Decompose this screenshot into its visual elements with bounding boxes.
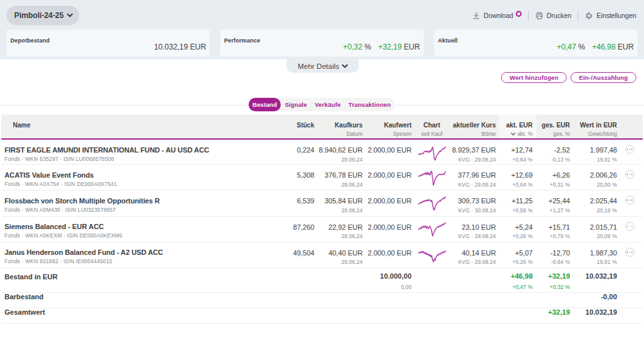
row-menu-cell bbox=[621, 139, 643, 165]
table-cell: 2.000,00 EUR bbox=[366, 216, 415, 242]
ges-pct-value: -0,64 % bbox=[536, 257, 570, 266]
akt-pct-value: +0,64 % bbox=[499, 179, 533, 188]
fund-name-cell[interactable]: Janus Henderson Balanced Fund - A2 USD A… bbox=[1, 242, 283, 268]
table-cell: 87,260 bbox=[283, 216, 317, 242]
table-cell: 40,14 EURKVG · 29.08.24 bbox=[449, 242, 499, 268]
row-menu-button[interactable] bbox=[625, 145, 634, 154]
tab-verkaeufe[interactable]: Verkäufe bbox=[311, 98, 345, 111]
download-badge bbox=[516, 11, 522, 17]
row-menu-button[interactable] bbox=[625, 170, 634, 179]
akt-pct-value: +0,64 % bbox=[499, 154, 533, 163]
fund-name-cell[interactable]: Siemens Balanced - EUR ACCFonds · WKN A0… bbox=[1, 216, 283, 242]
portfolio-selector[interactable]: Pimboli-24-25 bbox=[6, 6, 79, 25]
table-cell: 2.006,2620,00 % bbox=[574, 165, 621, 190]
card-abs: +32,19 bbox=[378, 42, 401, 51]
row-menu-cell bbox=[621, 242, 643, 268]
table-cell: 1.997,4819,91 % bbox=[574, 139, 621, 165]
download-button[interactable]: Download bbox=[472, 12, 522, 20]
table-cell: 2.025,4420,19 % bbox=[574, 190, 621, 216]
col-label: Kaufwert bbox=[366, 122, 412, 129]
chart-cell bbox=[415, 216, 449, 242]
add-value-button[interactable]: Wert hinzufügen bbox=[501, 72, 567, 83]
table-cell: +15,71+0,79 % bbox=[536, 216, 574, 242]
fund-name-cell[interactable]: FIRST EAGLE AMUNDI INTERNATIONAL FUND - … bbox=[1, 139, 283, 165]
tab-signale[interactable]: Signale bbox=[281, 98, 311, 111]
header-actions: Download Drucken Einstellungen bbox=[472, 10, 636, 21]
printer-icon bbox=[535, 12, 544, 20]
col-label: Name bbox=[13, 122, 283, 129]
gewichtung-value: 19,91 % bbox=[574, 154, 617, 163]
row-menu-cell bbox=[621, 216, 643, 242]
summary-akt-cell: +46,98+0,47 % bbox=[499, 268, 536, 293]
kurs-boerse: KVG · 29.08.24 bbox=[449, 179, 496, 188]
chart-cell bbox=[415, 165, 449, 190]
fund-name-cell[interactable]: ACATIS Value Event FondsFonds · WKN A0X7… bbox=[1, 165, 283, 190]
table-cell: +12,69+0,64 % bbox=[499, 165, 536, 190]
col-aktueller-kurs[interactable]: aktueller KursBörse bbox=[449, 115, 499, 139]
more-details-label: Mehr Details bbox=[298, 62, 339, 70]
table-cell: -12,70-0,64 % bbox=[536, 242, 574, 268]
empty-cell bbox=[283, 268, 317, 293]
table-cell: 2.000,00 EUR bbox=[366, 190, 415, 216]
table-cell: 2.015,7120,09 % bbox=[574, 216, 621, 242]
col-sublabel: ges. % bbox=[536, 131, 570, 138]
col-wert-in-eur[interactable]: Wert in EURGewichtung bbox=[574, 115, 621, 139]
summary-label: Bestand in EUR bbox=[1, 268, 283, 293]
fund-title: ACATIS Value Event Fonds bbox=[5, 171, 283, 179]
col-akt-eur[interactable]: akt. EURakt. % bbox=[499, 115, 536, 139]
settings-button[interactable]: Einstellungen bbox=[585, 12, 636, 20]
empty-cell bbox=[283, 293, 317, 308]
download-icon bbox=[472, 12, 480, 20]
empty-cell bbox=[317, 308, 366, 324]
kurs-value: 377,96 EUR bbox=[449, 165, 496, 179]
akt-eur-value: +5,24 bbox=[499, 217, 533, 231]
table-cell: 2.000,00 EUR bbox=[366, 165, 415, 190]
summary-row-gesamtwert: Gesamtwert +32,19 10.032,19 bbox=[1, 308, 643, 324]
table-cell: 309,73 EURKVG · 30.08.24 bbox=[449, 190, 499, 216]
fund-row: Siemens Balanced - EUR ACCFonds · WKN A0… bbox=[1, 216, 643, 242]
table-cell: 305,84 EUR28.06.24 bbox=[317, 190, 366, 216]
akt-pct-value: +0,26 % bbox=[499, 231, 533, 240]
kurs-value: 8.929,37 EUR bbox=[449, 140, 496, 154]
fund-subtitle: Fonds · WKN A0X754 · ISIN DE000A0X7541 bbox=[5, 181, 283, 187]
sparkline-chart bbox=[418, 144, 446, 162]
payment-button[interactable]: Ein-/Auszahlung bbox=[571, 72, 636, 83]
col-sublabel: Börse bbox=[449, 131, 496, 138]
col-label: aktueller Kurs bbox=[449, 122, 496, 129]
wert-value: 2.015,71 bbox=[574, 217, 617, 231]
sparkline-chart bbox=[418, 169, 446, 187]
row-menu-button[interactable] bbox=[625, 196, 634, 205]
actions-divider bbox=[578, 11, 578, 21]
table-cell: -2,52-0,13 % bbox=[536, 139, 574, 165]
more-details-button[interactable]: Mehr Details bbox=[287, 59, 359, 73]
col-ges-eur[interactable]: ges. EURges. % bbox=[536, 115, 574, 139]
fund-title: Flossbach von Storch Multiple Opportunit… bbox=[5, 197, 283, 205]
row-menu-button[interactable] bbox=[625, 248, 634, 257]
summary-label: Gesamtwert bbox=[1, 308, 283, 324]
card-pct-unit: % bbox=[578, 42, 585, 51]
row-menu-button[interactable] bbox=[625, 222, 634, 231]
kauf-datum: 28.06.24 bbox=[317, 154, 363, 163]
empty-cell bbox=[317, 293, 366, 308]
col-kaufkurs[interactable]: KaufkursDatum bbox=[317, 115, 366, 139]
card-value-group: 10.032,19 EUR bbox=[154, 42, 206, 51]
fund-name-cell[interactable]: Flossbach von Storch Multiple Opportunit… bbox=[1, 190, 283, 216]
col-label: Chart bbox=[415, 122, 449, 129]
print-button[interactable]: Drucken bbox=[535, 12, 571, 20]
card-abs-unit: EUR bbox=[618, 42, 634, 51]
tab-bestand[interactable]: Bestand bbox=[249, 98, 281, 111]
empty-cell bbox=[621, 308, 643, 324]
col-actions bbox=[621, 115, 643, 139]
card-value: +0,47 %+46,98 EUR bbox=[557, 42, 634, 51]
kaufwert-value: 2.000,00 EUR bbox=[366, 165, 412, 179]
card-pct-group: +0,32 % bbox=[343, 42, 372, 51]
col-sublabel-sorted: akt. % bbox=[499, 131, 533, 138]
card-aktuell: Aktuell +0,47 %+46,98 EUR bbox=[434, 30, 638, 57]
col-label: Kaufkurs bbox=[317, 122, 363, 129]
tab-transaktionen[interactable]: Transaktionen bbox=[345, 98, 395, 111]
col-kaufwert[interactable]: KaufwertSpesen bbox=[366, 115, 415, 139]
empty-cell bbox=[317, 268, 366, 293]
portfolio-name: Pimboli-24-25 bbox=[14, 11, 64, 20]
card-amount: 10.032,19 bbox=[154, 42, 188, 51]
table-header-row: Name Stück KaufkursDatum KaufwertSpesen … bbox=[1, 115, 643, 139]
